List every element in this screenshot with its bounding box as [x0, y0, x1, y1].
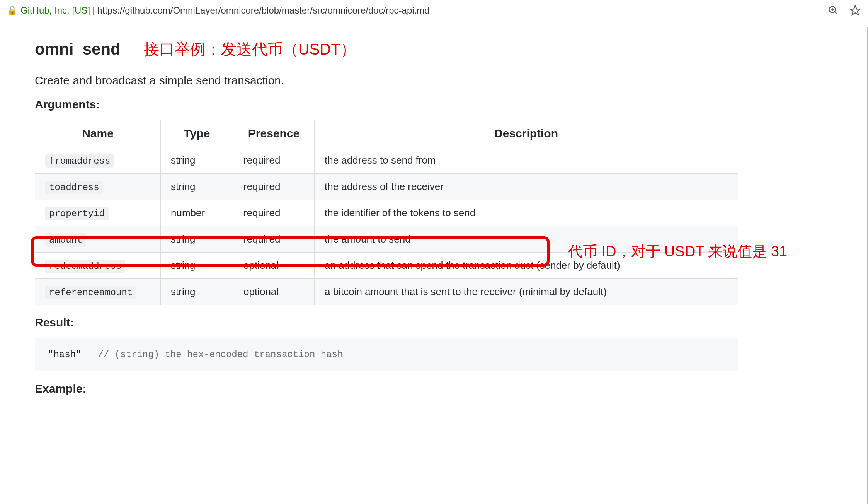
arg-type: string: [161, 226, 233, 253]
arg-type: string: [161, 253, 233, 279]
arg-description: the address to send from: [315, 147, 738, 174]
table-header-row: Name Type Presence Description: [35, 120, 738, 147]
zoom-icon[interactable]: [828, 5, 839, 16]
arg-type: string: [161, 147, 233, 174]
table-row: fromaddress string required the address …: [35, 147, 738, 174]
code-string: "hash": [48, 349, 81, 360]
arg-name: referenceamount: [45, 286, 136, 299]
lead-paragraph: Create and broadcast a simple send trans…: [35, 74, 832, 87]
arguments-heading: Arguments:: [35, 98, 832, 111]
lock-icon: 🔒: [7, 5, 17, 15]
th-name: Name: [35, 120, 161, 147]
code-comment: // (string) the hex-encoded transaction …: [98, 349, 343, 360]
document-content: omni_send 接口举例：发送代币（USDT） Create and bro…: [0, 27, 867, 419]
url-org: GitHub, Inc. [US]: [20, 5, 90, 16]
url-separator: |: [92, 5, 95, 16]
arg-presence: required: [233, 174, 315, 200]
arg-type: string: [161, 174, 233, 200]
th-presence: Presence: [233, 120, 315, 147]
arg-name: fromaddress: [45, 154, 114, 168]
result-heading: Result:: [35, 316, 832, 329]
url-text: https://github.com/OmniLayer/omnicore/bl…: [97, 5, 429, 16]
table-row: propertyid number required the identifie…: [35, 200, 738, 226]
arg-presence: required: [233, 147, 315, 174]
browser-url-bar[interactable]: 🔒 GitHub, Inc. [US] | https://github.com…: [0, 0, 868, 21]
table-row: referenceamount string optional a bitcoi…: [35, 279, 738, 305]
table-row: toaddress string required the address of…: [35, 174, 738, 200]
arg-description: the identifier of the tokens to send: [315, 200, 738, 226]
result-codeblock: "hash" // (string) the hex-encoded trans…: [35, 338, 738, 371]
star-icon[interactable]: [849, 5, 861, 16]
arg-description: a bitcoin amount that is sent to the rec…: [315, 279, 738, 305]
arg-presence: required: [233, 226, 315, 253]
arg-name: toaddress: [45, 181, 103, 194]
arg-presence: optional: [233, 253, 315, 279]
arg-description: the address of the receiver: [315, 174, 738, 200]
example-heading: Example:: [35, 382, 832, 395]
annotation-title: 接口举例：发送代币（USDT）: [144, 39, 356, 60]
arg-presence: optional: [233, 279, 315, 305]
arg-name: redeemaddress: [45, 260, 125, 273]
arguments-table: Name Type Presence Description fromaddre…: [35, 120, 738, 305]
api-heading: omni_send: [35, 40, 121, 58]
th-description: Description: [315, 120, 738, 147]
arg-presence: required: [233, 200, 315, 226]
arg-type: string: [161, 279, 233, 305]
arg-name: propertyid: [45, 207, 109, 220]
th-type: Type: [161, 120, 233, 147]
svg-line-1: [835, 12, 837, 14]
arg-name: amount: [45, 233, 86, 247]
annotation-row-note: 代币 ID，对于 USDT 来说值是 31: [568, 242, 787, 261]
arg-type: number: [161, 200, 233, 226]
svg-marker-4: [851, 5, 860, 15]
